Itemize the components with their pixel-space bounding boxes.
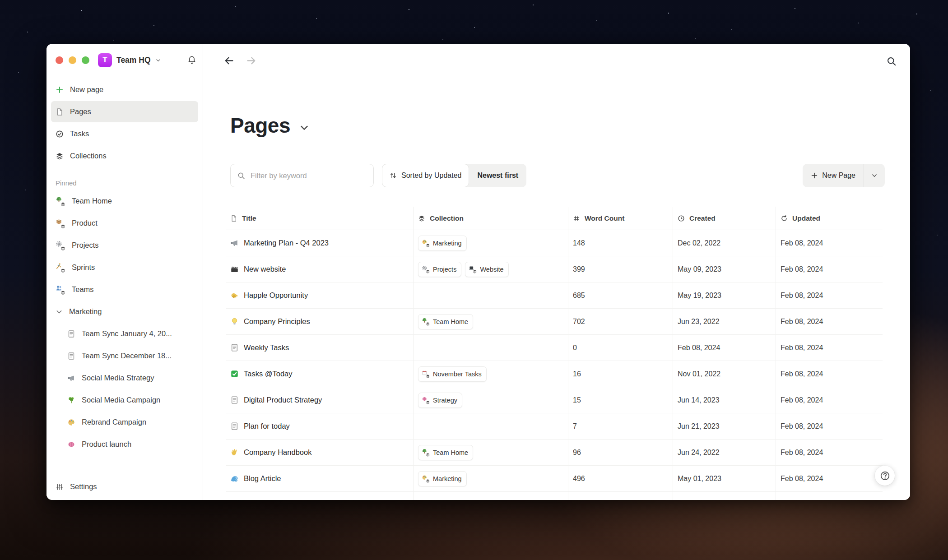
cell-word-count[interactable]: 148 bbox=[568, 230, 673, 256]
cell-word-count[interactable]: 685 bbox=[568, 282, 673, 308]
cell-collection[interactable] bbox=[413, 492, 568, 500]
cell-title[interactable]: Tasks @Today bbox=[226, 361, 413, 387]
cell-title[interactable]: Untitled bbox=[226, 492, 413, 500]
collection-tag-marketing[interactable]: Marketing bbox=[418, 471, 467, 486]
sidebar-subitem-team-sync-january-4-20[interactable]: Team Sync January 4, 20... bbox=[51, 323, 198, 344]
help-button[interactable] bbox=[875, 466, 895, 486]
column-header-title[interactable]: Title bbox=[226, 207, 413, 230]
cell-updated[interactable]: Feb 07, 2024 bbox=[776, 492, 883, 500]
cell-created[interactable]: Jun 24, 2022 bbox=[673, 440, 776, 465]
table-row[interactable]: New website Projects Website 399 May 09,… bbox=[226, 256, 883, 282]
forward-arrow-icon[interactable] bbox=[246, 56, 256, 66]
sidebar-item-product[interactable]: Product bbox=[51, 213, 198, 234]
cell-collection[interactable]: Team Home bbox=[413, 309, 568, 334]
back-arrow-icon[interactable] bbox=[224, 56, 234, 66]
table-row[interactable]: Weekly Tasks 0 Feb 08, 2024 Feb 08, 2024 bbox=[226, 335, 883, 361]
cell-title[interactable]: Happle Opportunity bbox=[226, 282, 413, 308]
new-page-button[interactable]: New Page bbox=[803, 164, 864, 187]
sidebar-item-collections[interactable]: Collections bbox=[51, 145, 198, 167]
column-header-collection[interactable]: Collection bbox=[413, 207, 568, 230]
cell-word-count[interactable]: 4 bbox=[568, 492, 673, 500]
cell-title[interactable]: Marketing Plan - Q4 2023 bbox=[226, 230, 413, 256]
search-icon[interactable] bbox=[887, 56, 897, 66]
sidebar-item-sprints[interactable]: Sprints bbox=[51, 257, 198, 278]
table-row[interactable]: Digital Product Strategy Strategy 15 Jun… bbox=[226, 387, 883, 413]
cell-updated[interactable]: Feb 08, 2024 bbox=[776, 440, 883, 465]
sort-direction-button[interactable]: Newest first bbox=[469, 164, 526, 187]
cell-updated[interactable]: Feb 08, 2024 bbox=[776, 335, 883, 361]
table-row[interactable]: Untitled 4 Feb 07, 2024 Feb 07, 2024 bbox=[226, 492, 883, 500]
cell-updated[interactable]: Feb 08, 2024 bbox=[776, 282, 883, 308]
sort-by-button[interactable]: Sorted by Updated bbox=[382, 164, 469, 187]
cell-collection[interactable]: Team Home bbox=[413, 440, 568, 465]
table-row[interactable]: Plan for today 7 Jun 21, 2023 Feb 08, 20… bbox=[226, 413, 883, 440]
table-row[interactable]: Marketing Plan - Q4 2023 Marketing 148 D… bbox=[226, 230, 883, 256]
collection-tag-strategy[interactable]: Strategy bbox=[418, 393, 462, 408]
cell-updated[interactable]: Feb 08, 2024 bbox=[776, 466, 883, 491]
cell-title[interactable]: Weekly Tasks bbox=[226, 335, 413, 361]
cell-word-count[interactable]: 16 bbox=[568, 361, 673, 387]
cell-word-count[interactable]: 496 bbox=[568, 466, 673, 491]
collection-tag-projects[interactable]: Projects bbox=[418, 262, 461, 277]
cell-collection[interactable] bbox=[413, 413, 568, 439]
cell-title[interactable]: Blog Article bbox=[226, 466, 413, 491]
workspace-switcher[interactable]: T Team HQ bbox=[98, 53, 161, 67]
collection-tag-november-tasks[interactable]: November Tasks bbox=[418, 366, 487, 382]
sidebar-item-teams[interactable]: Teams bbox=[51, 279, 198, 300]
cell-title[interactable]: Digital Product Strategy bbox=[226, 387, 413, 413]
cell-updated[interactable]: Feb 08, 2024 bbox=[776, 387, 883, 413]
cell-collection[interactable]: Marketing bbox=[413, 230, 568, 256]
sidebar-item-new-page[interactable]: New page bbox=[51, 79, 198, 100]
table-row[interactable]: Company Principles Team Home 702 Jun 23,… bbox=[226, 309, 883, 335]
notifications-bell-icon[interactable] bbox=[187, 56, 196, 65]
cell-updated[interactable]: Feb 08, 2024 bbox=[776, 230, 883, 256]
minimize-window-button[interactable] bbox=[69, 56, 76, 64]
table-row[interactable]: Company Handbook Team Home 96 Jun 24, 20… bbox=[226, 440, 883, 466]
cell-collection[interactable]: November Tasks bbox=[413, 361, 568, 387]
sidebar-subitem-social-media-campaign[interactable]: Social Media Campaign bbox=[51, 389, 198, 411]
cell-collection[interactable] bbox=[413, 282, 568, 308]
collection-tag-team-home[interactable]: Team Home bbox=[418, 314, 473, 329]
cell-created[interactable]: Jun 21, 2023 bbox=[673, 413, 776, 439]
cell-collection[interactable]: Marketing bbox=[413, 466, 568, 491]
filter-keyword-input[interactable] bbox=[251, 171, 373, 180]
cell-title[interactable]: Plan for today bbox=[226, 413, 413, 439]
sidebar-item-tasks[interactable]: Tasks bbox=[51, 123, 198, 144]
cell-created[interactable]: Feb 08, 2024 bbox=[673, 335, 776, 361]
zoom-window-button[interactable] bbox=[82, 56, 89, 64]
sidebar-subitem-team-sync-december-18[interactable]: Team Sync December 18... bbox=[51, 345, 198, 366]
cell-title[interactable]: Company Principles bbox=[226, 309, 413, 334]
cell-collection[interactable]: Projects Website bbox=[413, 256, 568, 282]
table-row[interactable]: Tasks @Today November Tasks 16 Nov 01, 2… bbox=[226, 361, 883, 387]
collection-tag-website[interactable]: Website bbox=[465, 262, 508, 277]
new-page-dropdown-button[interactable] bbox=[864, 164, 885, 187]
column-header-updated[interactable]: Updated bbox=[776, 207, 883, 230]
cell-created[interactable]: Feb 07, 2024 bbox=[673, 492, 776, 500]
cell-updated[interactable]: Feb 08, 2024 bbox=[776, 413, 883, 439]
cell-updated[interactable]: Feb 08, 2024 bbox=[776, 309, 883, 334]
collection-tag-team-home[interactable]: Team Home bbox=[418, 445, 473, 460]
cell-title[interactable]: New website bbox=[226, 256, 413, 282]
cell-title[interactable]: Company Handbook bbox=[226, 440, 413, 465]
collection-tag-marketing[interactable]: Marketing bbox=[418, 236, 467, 251]
cell-collection[interactable] bbox=[413, 335, 568, 361]
cell-word-count[interactable]: 15 bbox=[568, 387, 673, 413]
cell-updated[interactable]: Feb 08, 2024 bbox=[776, 256, 883, 282]
sidebar-subitem-social-media-strategy[interactable]: Social Media Strategy bbox=[51, 367, 198, 389]
cell-word-count[interactable]: 7 bbox=[568, 413, 673, 439]
cell-word-count[interactable]: 399 bbox=[568, 256, 673, 282]
cell-created[interactable]: May 01, 2023 bbox=[673, 466, 776, 491]
cell-word-count[interactable]: 0 bbox=[568, 335, 673, 361]
sidebar-item-settings[interactable]: Settings bbox=[56, 482, 97, 491]
cell-created[interactable]: Jun 14, 2023 bbox=[673, 387, 776, 413]
cell-word-count[interactable]: 96 bbox=[568, 440, 673, 465]
sidebar-item-pages[interactable]: Pages bbox=[51, 101, 198, 122]
cell-created[interactable]: Dec 02, 2022 bbox=[673, 230, 776, 256]
table-row[interactable]: Happle Opportunity 685 May 19, 2023 Feb … bbox=[226, 282, 883, 309]
table-row[interactable]: Blog Article Marketing 496 May 01, 2023 … bbox=[226, 466, 883, 492]
sidebar-item-marketing[interactable]: Marketing bbox=[51, 301, 198, 322]
sidebar-subitem-product-launch[interactable]: Product launch bbox=[51, 434, 198, 455]
column-header-created[interactable]: Created bbox=[673, 207, 776, 230]
cell-collection[interactable]: Strategy bbox=[413, 387, 568, 413]
sidebar-item-team-home[interactable]: Team Home bbox=[51, 190, 198, 212]
